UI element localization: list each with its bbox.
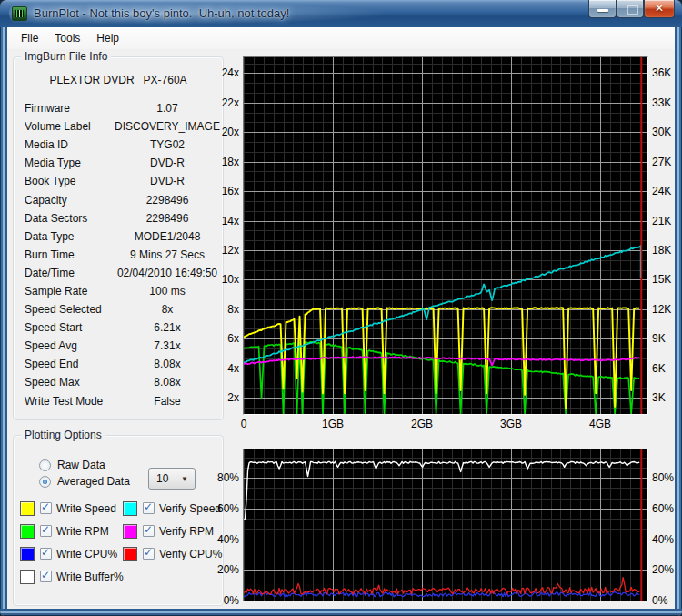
y-axis-tick-left: 12x — [199, 244, 239, 257]
check-icon: ✓ — [41, 500, 50, 513]
average-window-value: 10 — [149, 472, 181, 485]
color-swatch[interactable] — [20, 501, 35, 516]
file-info-row: Media IDTYG02 — [14, 136, 223, 154]
file-info-value: 8.08x — [112, 376, 223, 389]
maximize-button[interactable] — [617, 0, 644, 18]
y-axis-tick-right: 33K — [652, 96, 682, 109]
x-axis-tick: 4GB — [581, 418, 619, 430]
y-axis-tick-right: 24K — [652, 185, 682, 197]
color-swatch[interactable] — [20, 570, 35, 584]
y-axis-tick-left: 16x — [199, 185, 239, 197]
file-info-row: Data TypeMODE1/2048 — [14, 227, 223, 246]
series-checkbox[interactable]: ✓ — [143, 548, 155, 560]
y-axis-tick-left: 24x — [199, 66, 239, 79]
check-icon: ✓ — [41, 569, 50, 581]
file-info-groupbox: ImgBurn File Info PLEXTOR DVDR PX-760A F… — [13, 56, 224, 420]
x-axis-tick: 3GB — [492, 418, 530, 430]
file-info-label: Volume Label — [14, 120, 112, 133]
y-axis-tick-right: 15K — [652, 273, 682, 286]
file-info-label: Speed End — [14, 358, 112, 370]
file-info-row: Write Test ModeFalse — [14, 392, 223, 410]
legend-label: Write RPM — [56, 525, 109, 538]
file-info-label: Speed Selected — [14, 303, 112, 316]
file-info-row: Speed Selected8x — [14, 300, 223, 318]
file-info-label: Data Type — [14, 230, 112, 243]
y-axis-tick-left: 6x — [199, 332, 239, 345]
y-axis-tick-right: 0% — [652, 594, 682, 607]
minimize-icon — [597, 9, 608, 12]
menu-item-file[interactable]: File — [13, 29, 46, 47]
y-axis-tick-left: 80% — [199, 471, 239, 484]
check-icon: ✓ — [144, 500, 153, 513]
file-info-label: Speed Max — [14, 376, 112, 389]
y-axis-tick-left: 14x — [199, 215, 239, 227]
file-info-value: MODE1/2048 — [112, 230, 223, 243]
file-info-label: Date/Time — [14, 267, 112, 279]
raw-data-label: Raw Data — [57, 459, 105, 471]
check-icon: ✓ — [144, 546, 153, 559]
file-info-value: TYG02 — [112, 138, 223, 151]
y-axis-tick-right: 27K — [652, 156, 682, 168]
series-checkbox[interactable]: ✓ — [143, 525, 155, 537]
averaged-data-radio[interactable] — [39, 476, 51, 488]
menu-bar: FileToolsHelp — [7, 27, 675, 49]
y-axis-tick-right: 40% — [652, 533, 682, 546]
window-border-right — [675, 27, 682, 609]
file-info-row: Sample Rate100 ms — [14, 282, 223, 300]
file-info-row: Book TypeDVD-R — [14, 172, 223, 190]
color-swatch[interactable] — [123, 501, 137, 516]
file-info-row: Burn Time9 Mins 27 Secs — [14, 246, 223, 264]
burnplot-window: BurnPlot - Not this boy's pinto. Uh-uh, … — [0, 0, 682, 616]
title-bar[interactable]: BurnPlot - Not this boy's pinto. Uh-uh, … — [0, 0, 682, 27]
y-axis-tick-left: 8x — [199, 303, 239, 316]
series-checkbox[interactable]: ✓ — [40, 502, 52, 514]
file-info-title: ImgBurn File Info — [21, 50, 111, 63]
file-info-row: Media TypeDVD-R — [14, 154, 223, 172]
average-window-dropdown[interactable]: 10 ▼ — [148, 468, 196, 490]
file-info-row: Volume LabelDISCOVERY_IMAGE — [14, 117, 223, 136]
file-info-row: Capacity2298496 — [14, 190, 223, 208]
raw-data-radio[interactable] — [39, 459, 51, 471]
file-info-label: Media ID — [14, 138, 112, 151]
color-swatch[interactable] — [20, 524, 35, 539]
window-border-left — [0, 27, 7, 609]
y-axis-tick-left: 60% — [199, 502, 239, 515]
percent-chart — [243, 449, 648, 601]
series-checkbox[interactable]: ✓ — [40, 548, 52, 560]
color-swatch[interactable] — [20, 547, 35, 561]
close-button[interactable]: ✕ — [644, 0, 675, 18]
plotting-options-title: Plotting Options — [21, 429, 105, 441]
file-info-label: Sample Rate — [14, 285, 112, 298]
averaged-data-label: Averaged Data — [57, 475, 130, 488]
y-axis-tick-left: 0% — [199, 594, 239, 607]
series-checkbox[interactable]: ✓ — [143, 502, 155, 514]
color-swatch[interactable] — [123, 547, 137, 561]
y-axis-tick-right: 20% — [652, 563, 682, 576]
file-info-row: Speed Max8.08x — [14, 373, 223, 391]
y-axis-tick-right: 60% — [652, 502, 682, 515]
file-info-label: Book Type — [14, 175, 112, 187]
legend-item-verify-cpu-: ✓Verify CPU% — [123, 542, 214, 565]
y-axis-tick-left: 20x — [199, 126, 239, 138]
averaged-data-radio-row: Averaged Data — [39, 474, 130, 489]
file-info-label: Speed Start — [14, 321, 112, 334]
series-checkbox[interactable]: ✓ — [40, 525, 52, 537]
y-axis-tick-left: 22x — [199, 96, 239, 109]
menu-item-help[interactable]: Help — [88, 29, 127, 47]
file-info-row: Speed End8.08x — [14, 355, 223, 373]
x-axis-tick: 1GB — [314, 418, 352, 430]
y-axis-tick-right: 30K — [652, 126, 682, 138]
close-icon: ✕ — [645, 2, 674, 15]
file-info-label: Data Sectors — [14, 212, 112, 225]
minimize-button[interactable] — [588, 0, 617, 18]
file-info-value: 100 ms — [112, 285, 223, 298]
file-info-label: Speed Avg — [14, 339, 112, 352]
file-info-row: Data Sectors2298496 — [14, 209, 223, 227]
legend-label: Write Speed — [56, 502, 116, 515]
color-swatch[interactable] — [123, 524, 137, 539]
series-checkbox[interactable]: ✓ — [40, 571, 52, 582]
legend-item-write-rpm: ✓Write RPM — [20, 520, 123, 542]
menu-item-tools[interactable]: Tools — [46, 29, 88, 47]
file-info-label: Burn Time — [14, 248, 112, 261]
y-axis-tick-right: 80% — [652, 471, 682, 484]
